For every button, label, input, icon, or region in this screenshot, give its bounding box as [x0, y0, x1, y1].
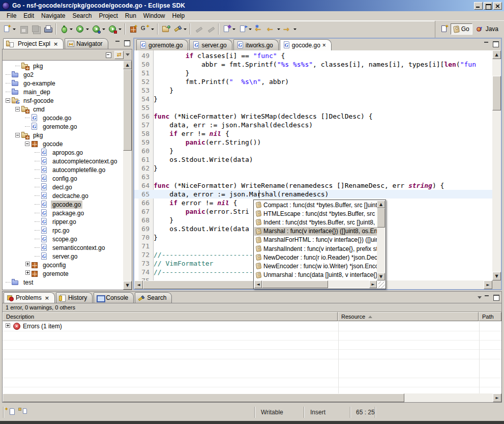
tab-problems[interactable]: Problems× [4, 292, 55, 303]
dropdown-arrow-icon[interactable] [184, 29, 187, 30]
dropdown-arrow-icon[interactable] [293, 29, 297, 30]
dropdown-arrow-icon[interactable] [118, 29, 122, 30]
scroll-up-icon[interactable]: ▲ [377, 201, 385, 208]
new-go-package-button[interactable]: ✦ [127, 23, 139, 35]
maximize-view-icon[interactable] [124, 40, 131, 46]
tree-item-gocode-go[interactable]: gocode.go [3, 200, 123, 209]
editor-vscrollbar[interactable]: ▲ ▼ [492, 50, 501, 280]
popup-hscrollbar[interactable]: ◄ ► [254, 280, 377, 288]
completion-item-indent[interactable]: Indent : func(dst *bytes.Buffer, src []u… [254, 218, 377, 227]
run-button[interactable] [74, 23, 91, 35]
resize-grip[interactable] [378, 281, 385, 288]
tree-item-pkg[interactable]: pkg [3, 62, 123, 70]
code-line-58[interactable]: 58 if err != nil { [134, 129, 492, 138]
tree-item-scope-go[interactable]: scope.go [3, 235, 123, 243]
dropdown-arrow-icon[interactable] [232, 29, 235, 30]
code-line-57[interactable]: 57 data, err := json.Marshal(decldescs) [134, 121, 492, 129]
go-application-button[interactable]: G✦ [139, 23, 156, 35]
completion-item-unmarshal[interactable]: Unmarshal : func(data []uint8, v interfa… [254, 271, 377, 279]
forward-button[interactable]: → [282, 23, 298, 35]
tree-item-declcache-go[interactable]: declcache.go [3, 191, 123, 200]
code-line-50[interactable]: 50 abbr = fmt.Sprintf("%s %s%s", classes… [134, 60, 492, 69]
scrollbar-thumb[interactable] [492, 76, 501, 110]
code-line-49[interactable]: 49 if classes[i] == "func" { [134, 51, 492, 60]
perspective-go-button[interactable]: Go [451, 23, 472, 35]
scroll-left-icon[interactable]: ◄ [254, 280, 262, 288]
view-menu-icon[interactable] [126, 53, 130, 56]
problems-hscrollbar[interactable]: ► [3, 393, 501, 402]
scrollbar-thumb[interactable] [3, 393, 404, 402]
code-line-65[interactable]: 65 data, error := json.Marshal(renamedes… [134, 190, 492, 199]
collapse-all-icon[interactable] [105, 52, 112, 58]
editor-tab-server-go[interactable]: server.go [189, 39, 232, 50]
completion-item-marshalforhtml[interactable]: MarshalForHTML : func(v interface{}) ([]… [254, 236, 377, 244]
maximize-editor-icon[interactable] [492, 41, 499, 47]
tree-item-autocompletecontext-go[interactable]: autocompletecontext.go [3, 157, 123, 165]
go-to-annotation-button[interactable]: ▸ [237, 23, 253, 35]
tree-item-ripper-go[interactable]: ripper.go [3, 217, 123, 226]
scroll-right-icon[interactable]: ► [484, 280, 492, 289]
scroll-right-icon[interactable]: ► [493, 393, 501, 402]
dropdown-arrow-icon[interactable] [151, 29, 154, 30]
collapse-icon[interactable] [25, 142, 29, 146]
code-line-54[interactable]: 54} [134, 95, 492, 103]
editor-tab-goremote-go[interactable]: goremote.go [136, 39, 188, 50]
tab-history[interactable]: History [56, 292, 93, 303]
view-menu-icon[interactable] [478, 296, 482, 299]
column-header-path[interactable]: Path [479, 312, 501, 321]
tree-item-cmd[interactable]: cmd [3, 105, 123, 114]
popup-vscrollbar[interactable]: ▲ ▼ [377, 201, 385, 280]
tree-item-gocode[interactable]: gocode [3, 139, 123, 148]
tree-item-go-example[interactable]: go-example [3, 79, 123, 88]
tree-item-gocode-go[interactable]: gocode.go [3, 114, 123, 122]
code-line-56[interactable]: 56func (*NiceFormatter) WriteSMap(declde… [134, 112, 492, 121]
tree-item-decl-go[interactable]: decl.go [3, 183, 123, 191]
tree-item-main-dep[interactable]: main_dep [3, 88, 123, 96]
tree-item-apropos-go[interactable]: apropos.go [3, 148, 123, 157]
code-line-62[interactable]: 62} [134, 164, 492, 173]
completion-item-marshalindent[interactable]: MarshalIndent : func(v interface{}, pref… [254, 244, 377, 253]
new-wizard-button[interactable]: ✦ [1, 23, 17, 35]
tree-item-nsf-gocode[interactable]: Gnsf-gocode [3, 96, 123, 105]
dropdown-arrow-icon[interactable] [13, 29, 16, 30]
tree-item-goremote[interactable]: goremote [3, 269, 123, 278]
editor-tab-gocode-go[interactable]: gocode.go× [280, 39, 332, 50]
open-resource-button[interactable] [160, 23, 172, 35]
completion-item-marshal[interactable]: Marshal : func(v interface{}) ([]uint8, … [254, 227, 377, 236]
scroll-down-icon[interactable]: ▼ [123, 281, 132, 290]
tree-item-semanticcontext-go[interactable]: semanticcontext.go [3, 243, 123, 252]
collapse-icon[interactable] [15, 133, 20, 137]
scrollbar-thumb[interactable] [262, 280, 328, 288]
code-line-52[interactable]: 52 fmt.Printf(" %s\n", abbr) [134, 77, 492, 86]
dropdown-arrow-icon[interactable] [70, 29, 73, 30]
expand-icon[interactable] [25, 262, 30, 266]
close-icon[interactable] [493, 2, 502, 10]
tree-item-config-go[interactable]: config.go [3, 174, 123, 183]
back-history-button[interactable]: ←✱ [253, 23, 265, 35]
run-history-button[interactable] [91, 23, 107, 35]
scroll-down-icon[interactable]: ▼ [377, 273, 385, 280]
maximize-icon[interactable] [484, 2, 492, 10]
minimize-editor-icon[interactable] [483, 41, 490, 47]
completion-item-newencoder[interactable]: NewEncoder : func(w io.Writer) *json.Enc… [254, 262, 377, 270]
perspective-java-button[interactable]: Java [474, 23, 501, 35]
last-edit-location-button[interactable]: ◆ [221, 23, 237, 35]
tree-item-test[interactable]: test [3, 278, 123, 287]
scrollbar-thumb[interactable] [123, 69, 132, 151]
tree-item-go2[interactable]: go2 [3, 70, 123, 79]
scroll-up-icon[interactable]: ▲ [123, 61, 132, 69]
code-line-53[interactable]: 53 } [134, 86, 492, 95]
code-line-61[interactable]: 61 os.Stdout.Write(data) [134, 155, 492, 164]
code-line-51[interactable]: 51 } [134, 69, 492, 77]
completion-item-htmlescape[interactable]: HTMLEscape : func(dst *bytes.Buffer, src… [254, 209, 377, 218]
scroll-right-icon[interactable]: ► [369, 280, 377, 288]
open-perspective-button[interactable]: ✦ [438, 23, 451, 35]
link-with-editor-icon[interactable]: ⇄ [114, 51, 124, 59]
menu-window[interactable]: Window [140, 11, 169, 20]
dropdown-arrow-icon[interactable] [102, 29, 105, 30]
minimize-icon[interactable] [474, 2, 483, 10]
tab-navigator[interactable]: Navigator [65, 38, 108, 49]
tree-scrollbar[interactable]: ▲ ▼ [123, 61, 132, 290]
problems-row-errors-1-item[interactable]: Errors (1 item) [3, 322, 501, 331]
tab-search[interactable]: Search [135, 292, 172, 303]
